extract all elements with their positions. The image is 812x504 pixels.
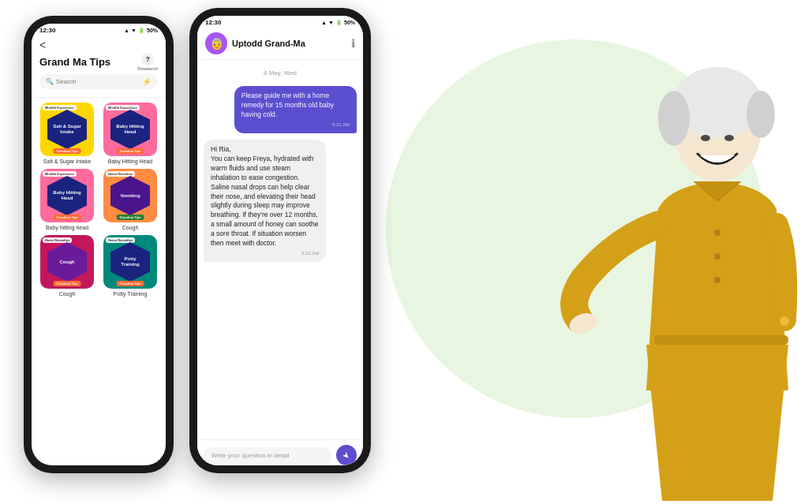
title-row: Grand Ma Tips ? Research [39,53,158,71]
input-placeholder: Write your question in detail [211,452,290,459]
hex-shape: PottyTraining [111,241,149,282]
info-icon[interactable]: ℹ [351,37,355,50]
badge-bottom-label: Grandma Tips [117,148,144,154]
badge-bottom-label: Grandma Tips [117,215,144,220]
message-sent: Please guide me with a home remedy for 1… [234,86,357,133]
svg-point-5 [724,135,734,141]
tip-label: Cough [59,291,76,297]
hex-shape: Cough [48,241,86,282]
tip-label: Salt & Sugar Intake [43,159,91,164]
phone1-header: < Grand Ma Tips ? Research 🔍 ⚡ [32,35,166,98]
badge-bottom-label: Grandma Tips [54,281,81,286]
avatar: 👵 [205,32,227,54]
search-bar[interactable]: 🔍 ⚡ [39,74,158,89]
tip-label: Cough [122,225,139,230]
research-label: Research [137,66,158,71]
hex-text: PottyTraining [118,256,142,267]
svg-point-11 [780,316,789,326]
status-icons: ▲ ▼ 🔋 50% [321,20,355,26]
tip-badge-baby-hitting: Mindful Experience Baby HittingHead Gran… [103,103,157,156]
back-button[interactable]: < [39,39,158,51]
search-input[interactable] [56,78,139,85]
phone1-status-bar: 12:30 ▲ ▼ 🔋 50% [32,24,166,35]
tip-label: Potty Training [114,291,148,297]
svg-point-10 [714,277,720,283]
tip-card-baby-hitting[interactable]: Mindful Experience Baby HittingHead Gran… [101,103,159,164]
badge-bottom-label: Grandma Tips [117,281,144,286]
filter-icon[interactable]: ⚡ [142,77,152,86]
phone2-screen: 12:30 ▲ ▼ 🔋 50% 👵 Uptodd Grand-Ma ℹ [197,16,363,465]
hex-text: Salt & SugarIntake [50,124,84,134]
battery-level: 50% [344,20,355,25]
tip-badge-vomiting: Home Remedies Vomiting Grandma Tips [103,169,157,222]
hex-text: Cough [57,259,78,265]
wifi-icon: ▼ [131,28,137,33]
status-time: 12:30 [39,27,55,34]
tip-card-vomiting[interactable]: Home Remedies Vomiting Grandma Tips Coug… [101,169,159,230]
battery-level: 50% [147,28,158,33]
message-time: 8:21 AM [241,121,350,128]
battery-icon: 🔋 [335,20,342,26]
tip-card-salt-sugar[interactable]: Mindful Experience Salt & SugarIntake Gr… [38,103,96,164]
phones-section: 12:30 ▲ ▼ 🔋 50% < Grand Ma Tips ? Resear… [24,16,371,473]
message-text: Hi Ria,You can keep Freya, hydrated with… [211,145,319,247]
svg-point-3 [747,91,775,138]
tip-label: Baby hitting head [46,225,88,230]
tip-card-baby-hitting-2[interactable]: Mindful Experience Baby HittingHead Gran… [38,169,96,230]
status-time: 12:30 [205,19,221,26]
badge-bottom-label: Grandma Tips [54,215,81,220]
message-received: Hi Ria,You can keep Freya, hydrated with… [204,140,326,262]
svg-point-2 [658,91,690,146]
tips-grid: Mindful Experience Salt & SugarIntake Gr… [32,98,166,301]
svg-point-9 [714,253,720,259]
svg-point-4 [701,135,710,141]
message-text: Please guide me with a home remedy for 1… [241,91,334,118]
research-button[interactable]: ? Research [137,53,158,71]
message-time: 8:21 AM [211,250,319,256]
hex-shape: Salt & SugarIntake [48,109,86,150]
phone1-screen: 12:30 ▲ ▼ 🔋 50% < Grand Ma Tips ? Resear… [32,24,166,465]
chat-name: Uptodd Grand-Ma [232,39,346,48]
date-divider: 8 May, Wed [204,69,357,77]
wifi-icon: ▼ [328,20,334,25]
send-button[interactable]: ➤ [336,445,357,465]
phone2-status-bar: 12:30 ▲ ▼ 🔋 50% [197,16,363,28]
tip-badge-cough: Home Remedies Cough Grandma Tips [40,235,94,289]
tip-badge-potty: Home Remedies PottyTraining Grandma Tips [103,235,157,289]
chat-body: 8 May, Wed Please guide me with a home r… [197,60,363,465]
research-icon: ? [141,53,154,65]
hex-shape: Baby HittingHead [48,175,86,216]
svg-point-8 [714,230,720,236]
chat-header: 👵 Uptodd Grand-Ma ℹ [197,28,363,60]
signal-icon: ▲ [321,20,327,25]
search-icon: 🔍 [46,78,54,85]
hex-text: Baby HittingHead [50,190,84,200]
chat-messages: 8 May, Wed Please guide me with a home r… [197,60,363,439]
hex-text: Baby HittingHead [113,124,147,134]
battery-icon: 🔋 [138,28,145,34]
tip-card-cough[interactable]: Home Remedies Cough Grandma Tips Cough [38,235,96,297]
tip-label: Baby Hitting Head [108,159,152,164]
signal-icon: ▲ [124,28,129,33]
person-illustration [536,35,804,504]
tip-badge-salt-sugar: Mindful Experience Salt & SugarIntake Gr… [40,103,94,156]
chat-input-area: Write your question in detail ➤ [197,439,363,465]
tip-badge-baby-hitting-2: Mindful Experience Baby HittingHead Gran… [40,169,94,222]
avatar-emoji: 👵 [210,37,223,50]
phone-chat: 12:30 ▲ ▼ 🔋 50% 👵 Uptodd Grand-Ma ℹ [189,8,371,473]
hex-shape: Vomiting [111,175,149,216]
hex-shape: Baby HittingHead [111,109,149,150]
chat-input[interactable]: Write your question in detail [204,447,331,464]
tip-card-potty[interactable]: Home Remedies PottyTraining Grandma Tips… [101,235,159,297]
badge-bottom-label: Grandma Tips [54,148,81,154]
hex-text: Vomiting [117,193,143,199]
svg-rect-7 [654,335,788,345]
page-title: Grand Ma Tips [39,56,110,68]
phone-tips: 12:30 ▲ ▼ 🔋 50% < Grand Ma Tips ? Resear… [24,16,174,473]
status-icons: ▲ ▼ 🔋 50% [124,28,158,34]
send-icon: ➤ [339,449,352,461]
